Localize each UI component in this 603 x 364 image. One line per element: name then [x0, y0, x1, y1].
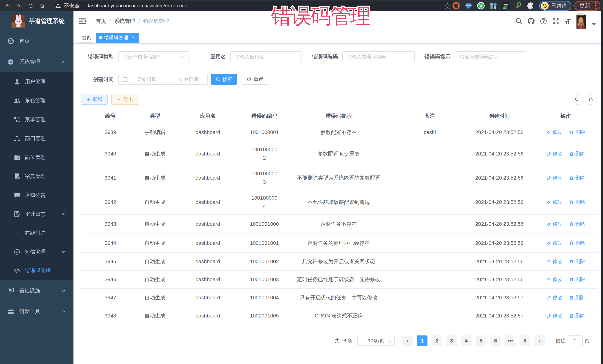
delete-link[interactable]: 删除: [569, 258, 585, 265]
delete-link[interactable]: 删除: [569, 294, 585, 302]
ext-tampermonkey-icon[interactable]: on: [502, 2, 510, 10]
browser-home-icon[interactable]: [39, 3, 45, 9]
delete-link[interactable]: 删除: [569, 128, 585, 136]
sidebar-item-sms[interactable]: 短信管理: [0, 243, 73, 261]
table-row: 3942自动生成dashboard1001000004不允许获取敏感配置到前端2…: [81, 190, 598, 215]
address-bar[interactable]: 不安全 dashboard.yudao.iocoder.cn/system/er…: [54, 1, 453, 11]
jump-page-input[interactable]: 1: [567, 335, 583, 346]
browser-back-icon[interactable]: [4, 3, 10, 9]
browser-update-button[interactable]: 更新: [574, 1, 600, 11]
edit-link[interactable]: 修改: [546, 312, 562, 320]
date-range-picker[interactable]: 开始日期-结束日期: [118, 74, 208, 85]
profile-paused-pill[interactable]: 已暂停: [539, 1, 571, 11]
edit-link[interactable]: 修改: [546, 150, 562, 158]
ext-puzzle-icon[interactable]: [527, 2, 534, 10]
delete-link[interactable]: 删除: [569, 150, 585, 158]
bookmark-star-icon[interactable]: [444, 2, 451, 9]
cell-type: 自动生成: [140, 276, 170, 284]
edit-link[interactable]: 修改: [546, 220, 562, 228]
security-warning-icon[interactable]: [55, 3, 61, 9]
toggle-search-button[interactable]: [572, 94, 582, 105]
sidebar-item-code[interactable]: 错误码管理: [0, 261, 73, 280]
browser-scrollbar[interactable]: [601, 11, 603, 364]
header-search-icon[interactable]: [515, 17, 523, 25]
delete-link[interactable]: 删除: [569, 174, 585, 182]
cell-code: 1001001003: [246, 276, 283, 284]
prev-page-button[interactable]: [402, 335, 413, 346]
page-button-8[interactable]: 8: [520, 335, 530, 346]
error-tip-input[interactable]: 请输入错误码提示: [455, 51, 526, 62]
error-code-input[interactable]: 请输入错误码编码: [342, 51, 415, 62]
sidebar-item-post[interactable]: 1岗位管理: [0, 148, 73, 167]
table-row: 3945自动生成dashboard1001001002只允许修改为开启或者关闭状…: [81, 253, 598, 271]
edit-link[interactable]: 修改: [546, 276, 562, 283]
app-name-input[interactable]: 请输入应用名: [231, 51, 302, 62]
cell-app: dashboard: [170, 198, 246, 207]
browser-menu-icon[interactable]: [595, 2, 597, 10]
security-label[interactable]: 不安全: [64, 2, 80, 9]
browser-forward-icon[interactable]: [16, 3, 22, 9]
sidebar-item-infra[interactable]: 基础设施: [0, 280, 73, 301]
help-icon[interactable]: [540, 17, 547, 25]
sidebar-item-online[interactable]: 在线用户: [0, 223, 73, 243]
reset-button[interactable]: 重置: [242, 74, 268, 85]
delete-link[interactable]: 删除: [569, 312, 585, 320]
sidebar-item-dict[interactable]: 字典管理: [0, 167, 73, 186]
sidebar-item-tree[interactable]: 部门管理: [0, 129, 73, 148]
add-button[interactable]: 新增: [81, 94, 108, 105]
menu-item-label: 短信管理: [25, 248, 46, 255]
tag-error-code[interactable]: 错误码管理×: [96, 33, 139, 43]
font-size-icon[interactable]: [564, 17, 572, 25]
sidebar-item-peoples[interactable]: 角色管理: [0, 91, 73, 110]
page-size-select[interactable]: 10条/页: [357, 336, 395, 346]
sidebar-item-tool[interactable]: 研发工具: [0, 301, 73, 322]
search-button[interactable]: 搜索: [211, 74, 237, 85]
ext-gem-icon[interactable]: [464, 2, 472, 10]
sidebar-item-tree-table[interactable]: 菜单管理: [0, 110, 73, 129]
refresh-table-button[interactable]: [586, 94, 596, 105]
ext-orange-ring-icon[interactable]: [452, 2, 460, 10]
avatar-caret-icon[interactable]: [592, 23, 596, 27]
page-button-6[interactable]: 6: [490, 335, 501, 346]
delete-link[interactable]: 删除: [569, 276, 585, 283]
sidebar-item-dashboard[interactable]: 首页: [0, 31, 73, 52]
next-page-button[interactable]: [534, 335, 545, 346]
tag-close-icon[interactable]: ×: [131, 35, 136, 40]
github-icon[interactable]: [527, 17, 535, 25]
app-logo[interactable]: 芋道管理系统: [0, 11, 73, 31]
export-button[interactable]: 导出: [111, 94, 139, 105]
page-button-4[interactable]: 4: [461, 335, 471, 346]
page-button-2[interactable]: 2: [431, 335, 442, 346]
edit-icon: [546, 222, 551, 226]
edit-link[interactable]: 修改: [546, 239, 562, 247]
sidebar-item-message[interactable]: 通知公告: [0, 186, 73, 205]
tag-home[interactable]: 首页: [79, 33, 94, 43]
edit-link[interactable]: 修改: [546, 128, 562, 136]
edit-link[interactable]: 修改: [546, 294, 562, 302]
edit-link[interactable]: 修改: [546, 174, 562, 182]
ext-green-circle-icon[interactable]: [477, 2, 485, 10]
sidebar-item-system[interactable]: 系统管理: [0, 52, 73, 72]
browser-reload-icon[interactable]: [28, 3, 33, 9]
page-button-5[interactable]: 5: [475, 335, 486, 346]
user-avatar[interactable]: [577, 13, 586, 29]
breadcrumb-system[interactable]: 系统管理: [114, 18, 135, 25]
fullscreen-icon[interactable]: [552, 17, 559, 25]
hamburger-icon[interactable]: [79, 17, 86, 25]
sidebar-item-log[interactable]: 审计日志: [0, 205, 73, 223]
ext-grid-icon[interactable]: [489, 2, 497, 10]
delete-link[interactable]: 删除: [569, 239, 585, 247]
breadcrumb-home[interactable]: 首页: [96, 18, 106, 25]
page-button-•••[interactable]: •••: [505, 335, 515, 346]
page-button-3[interactable]: 3: [446, 335, 457, 346]
ext-key-icon[interactable]: [514, 2, 522, 10]
url-text[interactable]: dashboard.yudao.iocoder.cn/system/error-…: [86, 3, 187, 9]
delete-link[interactable]: 删除: [569, 220, 585, 228]
delete-link[interactable]: 删除: [569, 198, 585, 206]
sidebar-item-user[interactable]: 用户管理: [0, 72, 73, 91]
menu-item-label: 系统管理: [19, 58, 40, 66]
error-type-select[interactable]: 请选择错误码类型: [118, 51, 189, 62]
page-button-1[interactable]: 1: [417, 335, 428, 346]
edit-link[interactable]: 修改: [546, 258, 562, 265]
edit-link[interactable]: 修改: [546, 198, 562, 206]
